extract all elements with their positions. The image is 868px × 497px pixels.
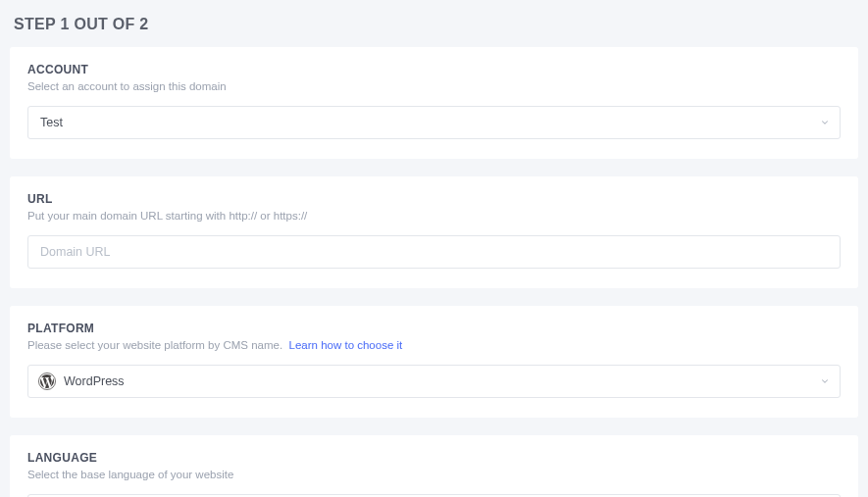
url-input[interactable] [27,235,841,269]
url-label: URL [27,192,841,206]
platform-help: Please select your website platform by C… [27,339,841,351]
language-label: LANGUAGE [27,451,841,465]
platform-label: PLATFORM [27,322,841,335]
chevron-down-icon [820,118,830,127]
platform-card: PLATFORM Please select your website plat… [10,306,858,418]
platform-help-text: Please select your website platform by C… [27,339,282,351]
platform-select[interactable]: WordPress [27,365,841,398]
account-label: ACCOUNT [27,63,841,76]
language-card: LANGUAGE Select the base language of you… [10,435,858,497]
account-selected-value: Test [40,116,63,129]
url-card: URL Put your main domain URL starting wi… [10,176,858,288]
platform-selected-value: WordPress [64,374,125,388]
step-title: STEP 1 OUT OF 2 [14,16,858,33]
chevron-down-icon [820,376,830,386]
account-card: ACCOUNT Select an account to assign this… [10,47,858,159]
wordpress-icon [38,373,56,390]
platform-help-link[interactable]: Learn how to choose it [289,339,403,351]
account-select[interactable]: Test [27,106,841,139]
language-help: Select the base language of your website [27,469,841,480]
account-help: Select an account to assign this domain [27,80,841,92]
url-help: Put your main domain URL starting with h… [27,210,841,222]
